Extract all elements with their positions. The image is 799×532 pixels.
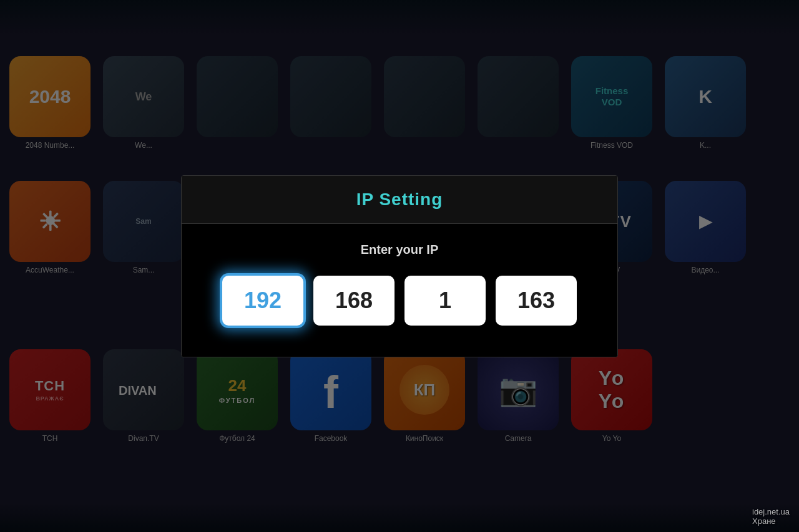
dialog-header: IP Setting <box>182 176 617 224</box>
dialog-overlay: IP Setting Enter your IP 192 168 1 163 <box>0 0 799 532</box>
ip-setting-dialog: IP Setting Enter your IP 192 168 1 163 <box>181 175 618 357</box>
ip-octet-4[interactable]: 163 <box>496 276 577 326</box>
ip-octet-1[interactable]: 192 <box>222 276 303 326</box>
watermark: idej.net.ua Хране <box>752 507 790 526</box>
ip-octet-3[interactable]: 1 <box>404 276 486 326</box>
dialog-subtitle: Enter your IP <box>361 243 438 257</box>
dialog-title: IP Setting <box>207 190 592 210</box>
ip-octet-2[interactable]: 168 <box>313 276 395 326</box>
ip-fields: 192 168 1 163 <box>222 276 577 326</box>
dialog-body: Enter your IP 192 168 1 163 <box>182 224 617 357</box>
watermark-line2: Хране <box>752 516 790 526</box>
watermark-line1: idej.net.ua <box>752 507 790 516</box>
